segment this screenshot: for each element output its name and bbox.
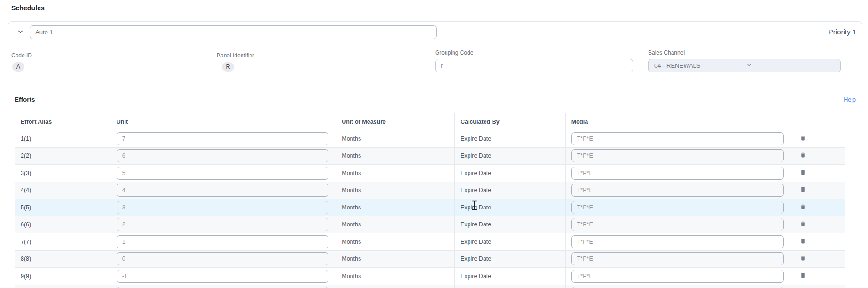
- trash-icon: [800, 203, 806, 212]
- media-input[interactable]: [571, 184, 784, 197]
- delete-row-button[interactable]: [800, 152, 806, 160]
- help-link[interactable]: Help: [844, 96, 856, 103]
- media-input[interactable]: [571, 270, 784, 283]
- page-title: Schedules: [11, 4, 45, 12]
- effort-alias-value: 2(2): [21, 152, 31, 159]
- media-input[interactable]: [571, 218, 784, 231]
- table-row: 7(7) Months Expire Date: [15, 233, 845, 251]
- delete-row-button[interactable]: [800, 135, 806, 143]
- column-header-media: Media: [566, 113, 845, 130]
- column-header-unit: Unit: [111, 113, 336, 130]
- unit-input[interactable]: [117, 252, 328, 265]
- media-input[interactable]: [571, 235, 784, 248]
- calculated-by-value: Expire Date: [461, 273, 491, 280]
- schedule-name-input[interactable]: [30, 25, 437, 39]
- column-header-unit-of-measure: Unit of Measure: [336, 113, 455, 130]
- table-row: 6(6) Months Expire Date: [15, 216, 845, 234]
- collapse-panel-button[interactable]: [15, 27, 26, 38]
- panel-identifier-badge: R: [222, 62, 234, 72]
- trash-icon: [800, 272, 806, 280]
- table-row: 4(4) Months Expire Date: [15, 182, 845, 200]
- sales-channel-field: Sales Channel 04 - RENEWALS: [648, 49, 841, 72]
- calculated-by-value: Expire Date: [461, 170, 491, 176]
- effort-alias-value: 3(3): [21, 170, 31, 176]
- schedule-panel-header: Priority 1: [8, 22, 862, 43]
- effort-alias-value: 8(8): [21, 256, 31, 262]
- calculated-by-value: Expire Date: [461, 152, 491, 159]
- trash-icon: [800, 220, 806, 229]
- trash-icon: [800, 152, 806, 160]
- table-row: 5(5) Months Expire Date: [15, 199, 845, 216]
- effort-alias-value: 6(6): [21, 221, 31, 228]
- code-id-field: Code ID A: [11, 52, 32, 72]
- sales-channel-select[interactable]: 04 - RENEWALS: [648, 59, 841, 72]
- calculated-by-value: Expire Date: [461, 204, 491, 211]
- trash-icon: [800, 238, 806, 246]
- table-row: 1(1) Months Expire Date: [15, 130, 845, 148]
- delete-row-button[interactable]: [800, 272, 806, 280]
- schedule-fields: Code ID A Panel Identifier R Grouping Co…: [11, 43, 859, 81]
- table-row: 3(3) Months Expire Date: [15, 165, 845, 182]
- calculated-by-value: Expire Date: [461, 239, 491, 245]
- sales-channel-value: 04 - RENEWALS: [654, 62, 745, 69]
- media-input[interactable]: [571, 167, 784, 180]
- trash-icon: [800, 255, 806, 263]
- effort-alias-value: 9(9): [21, 273, 31, 280]
- delete-row-button[interactable]: [800, 220, 806, 229]
- unit-of-measure-value: Months: [342, 221, 361, 228]
- column-header-effort-alias: Effort Alias: [15, 113, 111, 130]
- table-row: [15, 285, 845, 288]
- unit-of-measure-value: Months: [342, 187, 361, 193]
- calculated-by-value: Expire Date: [461, 136, 491, 142]
- unit-of-measure-value: Months: [342, 152, 361, 159]
- unit-input[interactable]: [117, 270, 328, 283]
- media-input[interactable]: [571, 201, 784, 214]
- media-input[interactable]: [571, 149, 784, 162]
- calculated-by-value: Expire Date: [461, 187, 491, 193]
- table-row: 8(8) Months Expire Date: [15, 251, 845, 268]
- table-row: 9(9) Months Expire Date: [15, 268, 845, 285]
- unit-of-measure-value: Months: [342, 256, 361, 262]
- trash-icon: [800, 169, 806, 177]
- calculated-by-value: Expire Date: [461, 256, 491, 262]
- calculated-by-value: Expire Date: [461, 221, 491, 228]
- delete-row-button[interactable]: [800, 203, 806, 212]
- effort-alias-value: 1(1): [21, 136, 31, 142]
- effort-alias-value: 5(5): [21, 204, 31, 211]
- unit-of-measure-value: Months: [342, 204, 361, 211]
- efforts-title: Efforts: [15, 96, 35, 103]
- schedule-panel: Priority 1 Code ID A Panel Identifier R …: [8, 21, 862, 288]
- chevron-down-icon: [17, 28, 24, 37]
- grouping-code-field: Grouping Code: [435, 49, 633, 72]
- delete-row-button[interactable]: [800, 255, 806, 263]
- unit-input[interactable]: [117, 235, 328, 248]
- efforts-table-header: Effort Alias Unit Unit of Measure Calcul…: [15, 113, 845, 130]
- efforts-table-body: 1(1) Months Expire Date 2(2) Months: [15, 130, 845, 288]
- trash-icon: [800, 186, 806, 194]
- unit-of-measure-value: Months: [342, 170, 361, 176]
- panel-identifier-field: Panel Identifier R: [217, 52, 254, 72]
- unit-input[interactable]: [117, 218, 328, 231]
- media-input[interactable]: [571, 252, 784, 265]
- delete-row-button[interactable]: [800, 169, 806, 177]
- unit-of-measure-value: Months: [342, 136, 361, 142]
- trash-icon: [800, 135, 806, 143]
- grouping-code-input[interactable]: [435, 59, 633, 72]
- unit-input[interactable]: [117, 167, 328, 180]
- unit-of-measure-value: Months: [342, 239, 361, 245]
- grouping-code-label: Grouping Code: [435, 49, 633, 56]
- chevron-down-icon: [745, 61, 837, 70]
- delete-row-button[interactable]: [800, 238, 806, 246]
- unit-input[interactable]: [117, 149, 328, 162]
- delete-row-button[interactable]: [800, 186, 806, 194]
- column-header-calculated-by: Calculated By: [455, 113, 566, 130]
- efforts-section: Efforts Help Effort Alias Unit Unit of M…: [8, 96, 862, 288]
- unit-input[interactable]: [117, 201, 328, 214]
- priority-label: Priority 1: [829, 28, 856, 36]
- media-input[interactable]: [571, 132, 784, 145]
- unit-input[interactable]: [117, 132, 328, 145]
- unit-of-measure-value: Months: [342, 273, 361, 280]
- sales-channel-label: Sales Channel: [648, 49, 841, 56]
- unit-input[interactable]: [117, 184, 328, 197]
- effort-alias-value: 7(7): [21, 239, 31, 245]
